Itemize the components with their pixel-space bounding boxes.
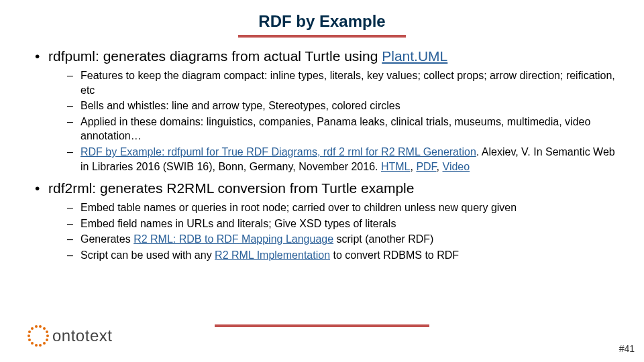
link[interactable]: HTML bbox=[381, 161, 411, 172]
bullet-level2: Features to keep the diagram compact: in… bbox=[67, 68, 617, 97]
bullet-level2: Applied in these domains: linguistics, c… bbox=[67, 115, 617, 143]
footer-divider bbox=[215, 324, 429, 327]
logo-text: ontotext bbox=[52, 326, 112, 345]
bullet-level2: Generates R2 RML: RDB to RDF Mapping Lan… bbox=[67, 232, 617, 247]
link[interactable]: PDF bbox=[416, 161, 436, 172]
bullet-level2: Bells and whistles: line and arrow type,… bbox=[67, 99, 617, 113]
bullet-level2: Embed field names in URLs and literals; … bbox=[67, 217, 617, 231]
bullet-level2: Embed table names or queries in root nod… bbox=[67, 200, 617, 215]
logo-mark-icon bbox=[27, 324, 50, 347]
logo: ontotext bbox=[27, 324, 112, 347]
bullet-level2: RDF by Example: rdfpuml for True RDF Dia… bbox=[67, 145, 617, 174]
bullet-level2: Script can be used with any R2 RML Imple… bbox=[67, 248, 617, 263]
link[interactable]: R2 RML Implementation bbox=[215, 249, 330, 261]
bullet-level1: rdf2rml: generates R2RML conversion from… bbox=[32, 180, 617, 262]
slide-title: RDF by Example bbox=[0, 0, 644, 31]
bullet-level1: rdfpuml: generates diagrams from actual … bbox=[32, 48, 617, 174]
slide-number: #41 bbox=[619, 343, 635, 354]
slide-content: rdfpuml: generates diagrams from actual … bbox=[0, 38, 644, 263]
link[interactable]: R2 RML: RDB to RDF Mapping Language bbox=[133, 233, 333, 245]
link[interactable]: Plant.UML bbox=[382, 48, 447, 64]
link[interactable]: RDF by Example: rdfpuml for True RDF Dia… bbox=[80, 146, 476, 158]
link[interactable]: Video bbox=[443, 161, 470, 172]
slide: RDF by Example rdfpuml: generates diagra… bbox=[0, 0, 644, 362]
